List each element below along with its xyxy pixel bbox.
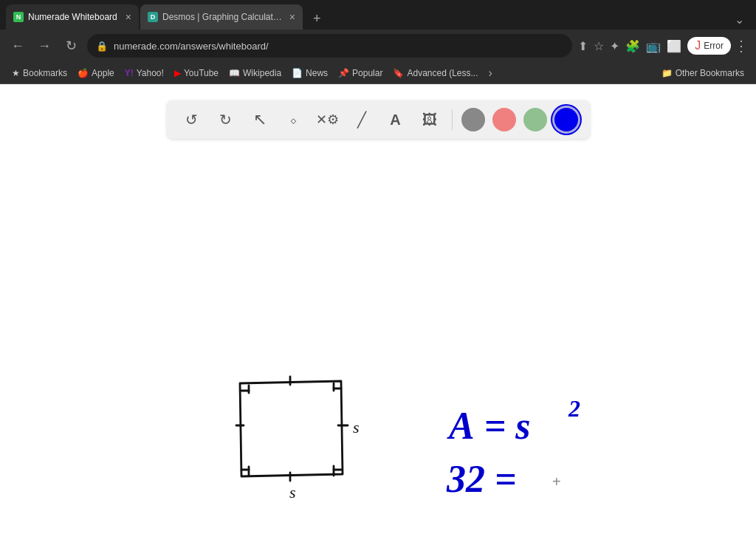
color-blue-button[interactable] — [554, 108, 578, 131]
popular-icon: 📌 — [338, 68, 349, 78]
bookmark-yahoo[interactable]: Y! Yahoo! — [120, 66, 168, 80]
toolbar-separator — [452, 109, 453, 130]
address-field[interactable]: 🔒 numerade.com/answers/whiteboard/ — [87, 34, 572, 58]
tab-numerade[interactable]: N Numerade Whiteboard × — [6, 4, 139, 30]
tools-icon: ✕⚙ — [316, 112, 339, 128]
address-icons: ⬆ ☆ ✦ 🧩 📺 ⬜ — [578, 39, 681, 53]
line-button[interactable]: ╱ — [348, 106, 375, 133]
redo-icon: ↻ — [219, 111, 232, 129]
bookmark-popular[interactable]: 📌 Popular — [334, 66, 387, 80]
forward-button[interactable]: → — [34, 35, 55, 56]
redo-button[interactable]: ↻ — [213, 106, 239, 133]
eraser-icon: ⬦ — [289, 112, 298, 128]
image-button[interactable]: 🖼 — [416, 106, 443, 133]
drawing-canvas[interactable] — [0, 151, 756, 548]
error-button[interactable]: J Error — [687, 37, 731, 55]
bookmarks-star-icon: ★ — [12, 68, 20, 78]
cast-icon[interactable]: 📺 — [646, 39, 661, 53]
news-label: News — [306, 68, 328, 78]
address-text: numerade.com/answers/whiteboard/ — [114, 41, 563, 52]
window-icon[interactable]: ⬜ — [667, 39, 681, 53]
bookmarks-right: 📁 Other Bookmarks — [657, 66, 749, 80]
bookmark-youtube[interactable]: ▶ YouTube — [170, 66, 223, 80]
select-icon: ↖ — [253, 110, 267, 129]
undo-button[interactable]: ↺ — [179, 106, 205, 133]
popular-label: Popular — [352, 68, 382, 78]
share-icon[interactable]: ⬆ — [578, 39, 588, 53]
other-bookmarks-label: Other Bookmarks — [676, 68, 744, 78]
bookmarks-bar: ★ Bookmarks 🍎 Apple Y! Yahoo! ▶ YouTube … — [0, 62, 756, 84]
error-label: Error — [704, 41, 724, 51]
text-button[interactable]: A — [382, 106, 409, 133]
bookmark-wikipedia[interactable]: 📖 Wikipedia — [224, 66, 286, 80]
bookmark-star-icon[interactable]: ☆ — [594, 39, 604, 53]
color-gray-button[interactable] — [461, 108, 485, 131]
yahoo-icon: Y! — [125, 68, 134, 78]
text-icon: A — [390, 112, 400, 129]
eraser-button[interactable]: ⬦ — [281, 106, 307, 133]
numerade-favicon: N — [13, 12, 24, 22]
select-button[interactable]: ↖ — [247, 106, 273, 133]
undo-icon: ↺ — [185, 111, 198, 129]
tab-numerade-close[interactable]: × — [126, 11, 131, 23]
bookmark-apple[interactable]: 🍎 Apple — [73, 66, 119, 80]
extension-icon[interactable]: ✦ — [610, 39, 619, 53]
other-bookmarks[interactable]: 📁 Other Bookmarks — [657, 66, 749, 80]
bookmark-advanced[interactable]: 🔖 Advanced (Less... — [388, 66, 482, 80]
tools-button[interactable]: ✕⚙ — [315, 106, 341, 133]
tab-numerade-title: Numerade Whiteboard — [28, 12, 121, 22]
browser-chrome: N Numerade Whiteboard × D Desmos | Graph… — [0, 0, 756, 84]
image-icon: 🖼 — [422, 112, 437, 129]
color-pink-button[interactable] — [492, 108, 516, 131]
bookmark-news[interactable]: 📄 News — [287, 66, 332, 80]
lock-icon: 🔒 — [96, 41, 108, 52]
tab-desmos-title: Desmos | Graphing Calculato... — [162, 12, 285, 22]
back-button[interactable]: ← — [7, 35, 28, 56]
color-green-button[interactable] — [523, 108, 547, 131]
reload-button[interactable]: ↻ — [61, 35, 81, 56]
profile-area: J Error ⋮ — [687, 37, 749, 55]
new-tab-button[interactable]: + — [307, 8, 327, 30]
tab-bar-dropdown[interactable]: ⌄ — [729, 10, 750, 30]
whiteboard-canvas-area[interactable] — [0, 151, 756, 548]
apple-icon: 🍎 — [78, 68, 89, 78]
other-bookmarks-icon: 📁 — [662, 68, 673, 78]
tab-desmos[interactable]: D Desmos | Graphing Calculato... × — [140, 4, 303, 30]
tab-desmos-close[interactable]: × — [289, 11, 295, 23]
advanced-icon: 🔖 — [393, 68, 404, 78]
toolbar-container: ↺ ↻ ↖ ⬦ ✕⚙ ╱ A 🖼 — [0, 84, 756, 151]
wikipedia-label: Wikipedia — [243, 68, 281, 78]
line-icon: ╱ — [357, 111, 366, 129]
bookmarks-more-button[interactable]: › — [486, 65, 495, 81]
bookmark-bookmarks[interactable]: ★ Bookmarks — [7, 66, 72, 80]
profile-icon: J — [695, 39, 701, 52]
wikipedia-icon: 📖 — [229, 68, 240, 78]
whiteboard-toolbar: ↺ ↻ ↖ ⬦ ✕⚙ ╱ A 🖼 — [167, 100, 590, 139]
browser-menu-button[interactable]: ⋮ — [734, 37, 749, 55]
bookmarks-label: Bookmarks — [23, 68, 67, 78]
advanced-label: Advanced (Less... — [407, 68, 478, 78]
puzzle-icon[interactable]: 🧩 — [625, 39, 640, 53]
desmos-favicon: D — [148, 12, 158, 22]
youtube-label: YouTube — [184, 68, 219, 78]
apple-label: Apple — [92, 68, 114, 78]
address-bar-row: ← → ↻ 🔒 numerade.com/answers/whiteboard/… — [0, 30, 756, 62]
youtube-icon: ▶ — [174, 68, 181, 78]
news-icon: 📄 — [292, 68, 303, 78]
yahoo-label: Yahoo! — [137, 68, 164, 78]
tab-bar: N Numerade Whiteboard × D Desmos | Graph… — [0, 0, 756, 30]
